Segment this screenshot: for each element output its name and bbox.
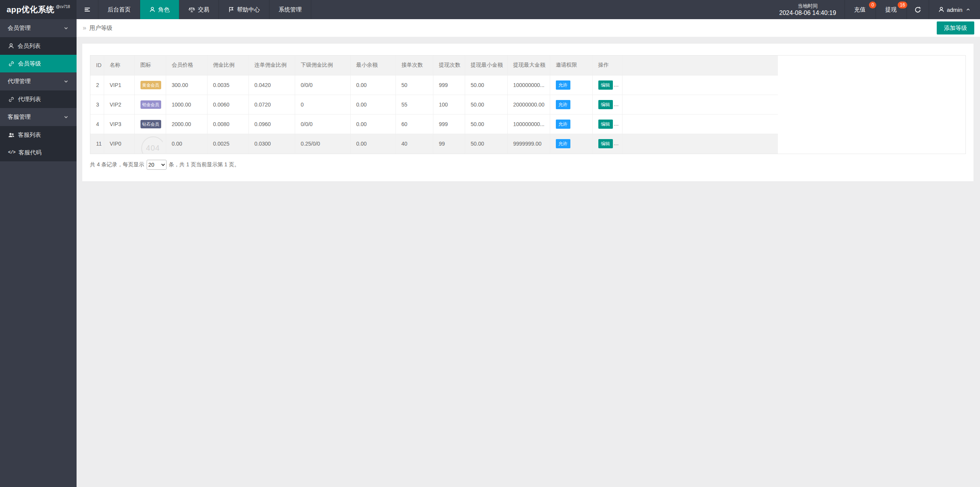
- sidebar-group-agent[interactable]: 代理管理: [0, 72, 77, 90]
- col-header-id: ID: [90, 56, 104, 75]
- link-icon: [8, 96, 15, 103]
- main-content: » 用户等级 添加等级 ID 名称 图标 会员价格 佣金比例: [77, 19, 980, 487]
- edit-button[interactable]: 编辑: [598, 100, 613, 109]
- refresh-icon: [914, 6, 921, 13]
- cell-wd-count: 100: [433, 95, 465, 114]
- cell-order-count: 50: [395, 75, 433, 95]
- users-icon: [8, 132, 15, 138]
- col-header-sub-rate: 下级佣金比例: [295, 56, 350, 75]
- page-size-select[interactable]: 20: [147, 160, 167, 170]
- sidebar-item-label: 代理列表: [18, 96, 41, 103]
- col-header-chain-rate: 连单佣金比例: [248, 56, 295, 75]
- cell-invite: 允许: [550, 75, 592, 95]
- cell-invite: 允许: [550, 114, 592, 134]
- app-logo: app优化系统 @cv718: [0, 0, 77, 19]
- cell-filler: [622, 95, 778, 114]
- sidebar-item-member-level[interactable]: 会员等级: [0, 55, 77, 72]
- refresh-button[interactable]: [906, 0, 929, 19]
- nav-item-label: 帮助中心: [237, 6, 260, 13]
- col-header-filler: [622, 56, 778, 75]
- pagination-suffix: 条，共 1 页当前显示第 1 页。: [169, 161, 240, 168]
- sidebar-item-member-list[interactable]: 会员列表: [0, 37, 77, 55]
- breadcrumb-bar: » 用户等级 添加等级: [77, 19, 980, 37]
- withdraw-badge: 16: [898, 2, 907, 8]
- sidebar-item-agent-list[interactable]: 代理列表: [0, 90, 77, 108]
- nav-item-label: 系统管理: [279, 6, 302, 13]
- cell-chain-rate: 0.0420: [248, 75, 295, 95]
- top-header: app优化系统 @cv718 后台首页 角色 交易 帮助: [0, 0, 980, 19]
- cell-min-balance: 0.00: [350, 114, 395, 134]
- more-actions: ...: [614, 121, 619, 127]
- cell-wd-max: 20000000.00: [507, 95, 550, 114]
- person-icon: [8, 43, 14, 49]
- cell-chain-rate: 0.0960: [248, 114, 295, 134]
- invite-allow-button[interactable]: 允许: [556, 80, 570, 90]
- cell-order-count: 60: [395, 114, 433, 134]
- local-time-label: 当地时间: [798, 3, 818, 9]
- menu-toggle-button[interactable]: [77, 0, 98, 19]
- edit-button[interactable]: 编辑: [598, 80, 613, 90]
- cell-rate: 0.0060: [207, 95, 248, 114]
- table-row: 2 VIP1 黄金会员 300.00 0.0035 0.0420 0/0/0 0…: [90, 75, 778, 95]
- col-header-wd-max: 提现最大金额: [507, 56, 550, 75]
- sidebar-group-service[interactable]: 客服管理: [0, 108, 77, 126]
- cell-price: 300.00: [166, 75, 207, 95]
- cell-invite: 允许: [550, 134, 592, 154]
- col-header-rate: 佣金比例: [207, 56, 248, 75]
- cell-icon: 钻石会员: [134, 114, 166, 134]
- chevron-down-icon: [63, 25, 69, 31]
- cell-action: 编辑...: [592, 114, 622, 134]
- levels-table: ID 名称 图标 会员价格 佣金比例 连单佣金比例 下级佣金比例 最小余额 接单…: [90, 55, 966, 154]
- withdraw-button[interactable]: 提现 16: [875, 0, 906, 19]
- edit-button[interactable]: 编辑: [598, 120, 613, 129]
- cell-wd-max: 9999999.00: [507, 134, 550, 154]
- link-icon: [8, 61, 15, 67]
- nav-item-system[interactable]: 系统管理: [270, 0, 311, 19]
- sidebar-item-service-code[interactable]: </> 客服代码: [0, 144, 77, 161]
- nav-item-roles[interactable]: 角色: [140, 0, 179, 19]
- cell-order-count: 55: [395, 95, 433, 114]
- nav-item-help[interactable]: 帮助中心: [219, 0, 270, 19]
- cell-order-count: 40: [395, 134, 433, 154]
- col-header-min-balance: 最小余额: [350, 56, 395, 75]
- invite-allow-button[interactable]: 允许: [556, 139, 570, 148]
- sidebar: 会员管理 会员列表 会员等级 代理管理 代理列表 客服管理: [0, 19, 77, 487]
- nav-item-label: 角色: [158, 6, 170, 13]
- sidebar-item-label: 会员列表: [18, 43, 41, 50]
- invite-allow-button[interactable]: 允许: [556, 100, 570, 109]
- sidebar-group-member[interactable]: 会员管理: [0, 19, 77, 37]
- nav-item-trade[interactable]: 交易: [179, 0, 219, 19]
- cell-wd-count: 999: [433, 75, 465, 95]
- pagination: 共 4 条记录，每页显示 20 条，共 1 页当前显示第 1 页。: [90, 160, 966, 170]
- cell-filler: [622, 134, 778, 154]
- chevron-up-icon: [965, 7, 971, 12]
- cell-wd-max: 100000000...: [507, 114, 550, 134]
- cell-action: 编辑...: [592, 95, 622, 114]
- cell-id: 2: [90, 75, 104, 95]
- nav-item-label: 交易: [198, 6, 209, 13]
- more-actions: ...: [614, 102, 619, 107]
- cell-price: 1000.00: [166, 95, 207, 114]
- cell-id: 4: [90, 114, 104, 134]
- cell-sub-rate: 0.25/0/0: [295, 134, 350, 154]
- hamburger-icon: [84, 6, 91, 13]
- cell-price: 0.00: [166, 134, 207, 154]
- cell-rate: 0.0035: [207, 75, 248, 95]
- edit-button[interactable]: 编辑: [598, 139, 613, 148]
- double-chevron-icon: »: [83, 24, 86, 32]
- col-header-wd-min: 提现最小金额: [465, 56, 507, 75]
- top-right-nav: 当地时间 2024-08-06 14:40:19 充值 0 提现 16 admi…: [771, 0, 980, 19]
- col-header-icon: 图标: [134, 56, 166, 75]
- add-level-button[interactable]: 添加等级: [937, 21, 974, 34]
- table-row: 11 VIP0 404 0.00 0.0025 0.0300 0.25/0/0 …: [90, 134, 778, 154]
- sidebar-item-service-list[interactable]: 客服列表: [0, 126, 77, 144]
- cell-name: VIP0: [104, 134, 134, 154]
- user-menu[interactable]: admin: [929, 0, 980, 19]
- cell-min-balance: 0.00: [350, 95, 395, 114]
- cell-icon: 铂金会员: [134, 95, 166, 114]
- table-row: 4 VIP3 钻石会员 2000.00 0.0080 0.0960 0/0/0 …: [90, 114, 778, 134]
- invite-allow-button[interactable]: 允许: [556, 120, 570, 129]
- user-icon: [938, 7, 944, 13]
- recharge-button[interactable]: 充值 0: [844, 0, 875, 19]
- nav-item-home[interactable]: 后台首页: [98, 0, 140, 19]
